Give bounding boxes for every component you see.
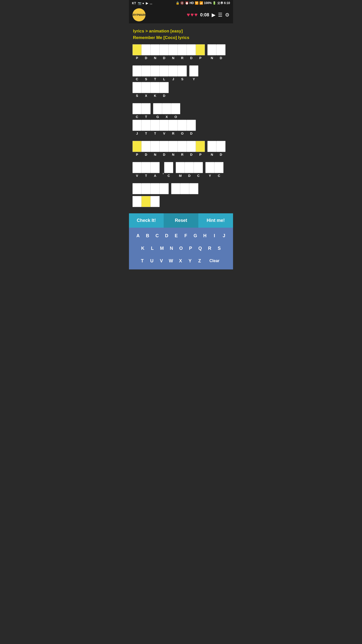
key-s[interactable]: S: [214, 243, 224, 254]
key-o[interactable]: O: [176, 243, 186, 254]
tile-2-2-5[interactable]: O: [178, 120, 187, 135]
key-u[interactable]: U: [147, 255, 157, 266]
tile-4-2-1[interactable]: D: [185, 162, 194, 178]
play-button[interactable]: ▶: [212, 12, 215, 18]
tile-2-0-1[interactable]: T: [142, 103, 151, 119]
key-w[interactable]: W: [166, 255, 176, 266]
check-button[interactable]: Check It!: [129, 213, 164, 228]
tile-label: D: [188, 174, 190, 178]
tile-1-2-3[interactable]: D: [160, 82, 169, 98]
tile-2-2-0[interactable]: J: [132, 120, 142, 135]
tile-1-0-5[interactable]: S: [178, 65, 187, 81]
key-p[interactable]: P: [186, 243, 195, 254]
tile-0-0-6[interactable]: D: [187, 44, 196, 60]
tile-3-1-0[interactable]: N: [207, 141, 216, 156]
tile-1-0-2[interactable]: T: [151, 65, 160, 81]
tile-5-0-2[interactable]: [151, 183, 160, 195]
tile-4-1-0[interactable]: C: [164, 162, 173, 178]
tile-3-0-1[interactable]: D: [142, 141, 151, 156]
key-t[interactable]: T: [138, 255, 147, 266]
tile-3-0-7[interactable]: P: [196, 141, 205, 156]
reset-button[interactable]: Reset: [164, 213, 198, 228]
tile-4-3-0[interactable]: Y: [205, 162, 214, 178]
tile-3-1-1[interactable]: D: [216, 141, 225, 156]
key-h[interactable]: H: [200, 230, 210, 241]
key-a[interactable]: A: [133, 230, 143, 241]
tile-2-0-0[interactable]: C: [132, 103, 142, 119]
tile-4-0-1[interactable]: T: [142, 162, 151, 178]
tile-4-2-2[interactable]: C: [194, 162, 203, 178]
key-d[interactable]: D: [162, 230, 171, 241]
settings-icon[interactable]: ⚙: [225, 12, 230, 18]
tile-1-2-0[interactable]: S: [132, 82, 142, 98]
breadcrumb-line1: lyrics > animation [easy]: [133, 28, 229, 34]
tile-1-0-0[interactable]: C: [132, 65, 142, 81]
key-n[interactable]: N: [167, 243, 176, 254]
tile-3-0-5[interactable]: R: [178, 141, 187, 156]
tile-5-1-0[interactable]: [171, 183, 180, 195]
tile-1-2-1[interactable]: X: [142, 82, 151, 98]
key-m[interactable]: M: [157, 243, 167, 254]
tile-0-0-4[interactable]: N: [169, 44, 178, 60]
tile-5-1-2[interactable]: [189, 183, 198, 195]
tile-0-0-3[interactable]: D: [160, 44, 169, 60]
tile-1-2-2[interactable]: K: [151, 82, 160, 98]
tile-0-0-1[interactable]: D: [142, 44, 151, 60]
key-v[interactable]: V: [157, 255, 166, 266]
key-j[interactable]: J: [219, 230, 229, 241]
tile-0-0-0[interactable]: P: [132, 44, 142, 60]
tile-2-1-0[interactable]: G: [153, 103, 162, 119]
key-x[interactable]: X: [176, 255, 185, 266]
key-q[interactable]: Q: [195, 243, 205, 254]
tile-0-1-0[interactable]: N: [207, 44, 216, 60]
key-r[interactable]: R: [205, 243, 214, 254]
tile-5-2-0[interactable]: [132, 196, 142, 208]
tile-3-0-0[interactable]: P: [132, 141, 142, 156]
tile-0-0-2[interactable]: N: [151, 44, 160, 60]
key-e[interactable]: E: [171, 230, 181, 241]
tile-3-0-2[interactable]: N: [151, 141, 160, 156]
tile-2-1-2[interactable]: O: [171, 103, 180, 119]
key-l[interactable]: L: [148, 243, 157, 254]
tile-box: [207, 141, 216, 152]
key-k[interactable]: K: [138, 243, 148, 254]
tile-4-0-2[interactable]: A: [151, 162, 160, 178]
tile-2-2-3[interactable]: V: [160, 120, 169, 135]
tile-5-2-1[interactable]: [142, 196, 151, 208]
tile-3-0-3[interactable]: D: [160, 141, 169, 156]
tile-0-0-7[interactable]: P: [196, 44, 205, 60]
key-i[interactable]: I: [210, 230, 219, 241]
tile-5-1-1[interactable]: [180, 183, 189, 195]
key-f[interactable]: F: [181, 230, 191, 241]
tile-2-1-1[interactable]: X: [162, 103, 171, 119]
tile-2-2-1[interactable]: T: [142, 120, 151, 135]
key-y[interactable]: Y: [185, 255, 195, 266]
tile-1-0-1[interactable]: S: [142, 65, 151, 81]
tile-5-0-1[interactable]: [142, 183, 151, 195]
tile-4-3-1[interactable]: C: [214, 162, 223, 178]
tile-label: N: [154, 153, 156, 156]
key-c[interactable]: C: [152, 230, 162, 241]
tile-0-1-1[interactable]: D: [216, 44, 225, 60]
tile-box: [169, 141, 178, 152]
tile-3-0-4[interactable]: N: [169, 141, 178, 156]
tile-4-2-0[interactable]: M: [176, 162, 185, 178]
tile-1-0-3[interactable]: L: [160, 65, 169, 81]
tile-5-2-2[interactable]: [151, 196, 160, 208]
menu-icon[interactable]: ☰: [218, 12, 222, 18]
key-g[interactable]: G: [191, 230, 200, 241]
tile-4-0-0[interactable]: V: [132, 162, 142, 178]
tile-5-0-3[interactable]: [160, 183, 169, 195]
hint-button[interactable]: Hint me!: [198, 213, 233, 228]
key-clear[interactable]: Clear: [204, 255, 224, 266]
tile-3-0-6[interactable]: D: [187, 141, 196, 156]
tile-2-2-6[interactable]: D: [187, 120, 196, 135]
tile-0-0-5[interactable]: R: [178, 44, 187, 60]
tile-2-2-2[interactable]: T: [151, 120, 160, 135]
tile-1-0-4[interactable]: J: [169, 65, 178, 81]
tile-5-0-0[interactable]: [132, 183, 142, 195]
tile-1-1-0[interactable]: Y: [189, 65, 198, 81]
key-b[interactable]: B: [143, 230, 152, 241]
tile-2-2-4[interactable]: R: [169, 120, 178, 135]
key-z[interactable]: Z: [195, 255, 204, 266]
